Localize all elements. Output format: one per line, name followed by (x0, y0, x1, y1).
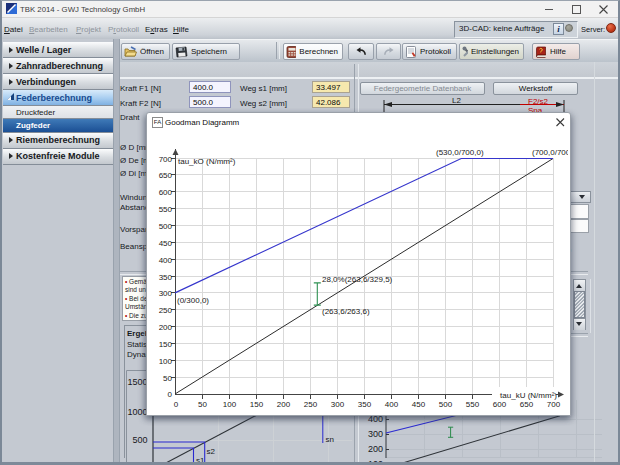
svg-text:500: 500 (159, 222, 173, 231)
svg-text:1000: 1000 (127, 407, 147, 417)
svg-text:150: 150 (250, 400, 264, 409)
svg-text:400: 400 (159, 256, 173, 265)
svg-text:350: 350 (159, 273, 173, 282)
svg-text:0: 0 (174, 400, 179, 409)
svg-text:sn: sn (326, 435, 334, 444)
svg-text:L2: L2 (452, 96, 461, 105)
svg-text:100: 100 (159, 357, 173, 366)
svg-text:50: 50 (163, 374, 172, 383)
svg-text:300: 300 (159, 289, 173, 298)
svg-text:600: 600 (159, 188, 173, 197)
svg-text:150: 150 (159, 340, 173, 349)
svg-text:450: 450 (159, 239, 173, 248)
svg-text:550: 550 (466, 400, 480, 409)
svg-text:250: 250 (304, 400, 318, 409)
svg-text:tau_kU (N/mm²): tau_kU (N/mm²) (500, 391, 557, 400)
svg-text:F2/s2: F2/s2 (528, 97, 549, 106)
svg-text:500: 500 (439, 400, 453, 409)
svg-text:s1: s1 (196, 456, 205, 465)
svg-text:450: 450 (412, 400, 426, 409)
svg-text:200: 200 (368, 444, 383, 454)
svg-text:300: 300 (331, 400, 345, 409)
svg-text:s2: s2 (207, 447, 216, 456)
svg-text:0: 0 (168, 390, 173, 399)
svg-text:550: 550 (159, 205, 173, 214)
svg-text:100: 100 (368, 459, 383, 465)
svg-text:350: 350 (358, 400, 372, 409)
svg-text:650: 650 (159, 171, 173, 180)
svg-text:200: 200 (277, 400, 291, 409)
svg-text:250: 250 (159, 306, 173, 315)
svg-text:200: 200 (159, 323, 173, 332)
svg-text:300: 300 (368, 429, 383, 439)
svg-text:700: 700 (159, 155, 173, 164)
svg-text:(0/300,0): (0/300,0) (177, 296, 209, 305)
svg-text:(700,0/700,0): (700,0/700,0) (532, 148, 568, 157)
svg-text:650: 650 (520, 400, 534, 409)
svg-text:500: 500 (132, 435, 147, 445)
svg-text:700: 700 (547, 400, 561, 409)
svg-text:100: 100 (223, 400, 237, 409)
svg-text:(530,0/700,0): (530,0/700,0) (436, 148, 484, 157)
svg-text:400: 400 (385, 400, 399, 409)
svg-text:(263,6/263,6): (263,6/263,6) (322, 307, 370, 316)
svg-text:50: 50 (198, 400, 207, 409)
svg-text:600: 600 (493, 400, 507, 409)
svg-text:1500: 1500 (127, 377, 147, 387)
svg-text:28,0%(263,6/329,5): 28,0%(263,6/329,5) (322, 275, 393, 284)
svg-text:tau_kO (N/mm²): tau_kO (N/mm²) (178, 157, 236, 166)
